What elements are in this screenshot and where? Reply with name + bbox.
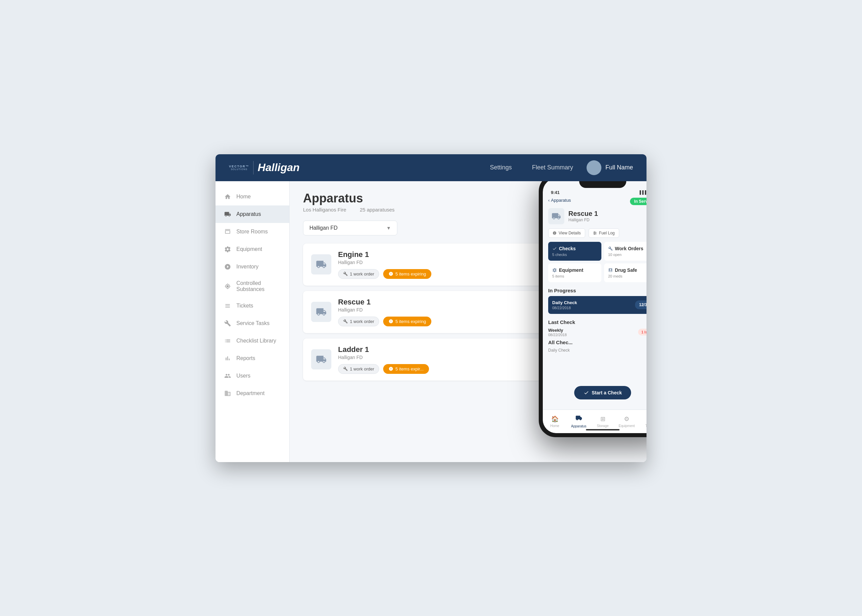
phone-progress-card[interactable]: Daily Check 08/22/2018 12/30 <box>548 296 647 314</box>
daily-check-label: Daily Check <box>548 348 647 353</box>
start-check-button[interactable]: Start a Check <box>574 386 631 399</box>
apparatus-card-icon-3 <box>311 349 331 369</box>
department-icon <box>224 389 232 398</box>
expiring-text-3: 5 items expir... <box>395 366 424 371</box>
checklist-icon <box>224 337 232 345</box>
sidebar-label-service: Service Tasks <box>236 320 269 326</box>
sidebar-item-inventory[interactable]: Inventory <box>215 258 289 275</box>
logo-vector: VECTOR™ SOLUTIONS <box>229 165 249 170</box>
phone-nav-storage-label: Storage <box>597 424 608 428</box>
phone-screen: 9:41 ▐▐▐ ▲ ▮ ‹ Apparatus <box>543 181 647 433</box>
last-check-name: Weekly <box>548 328 567 333</box>
last-check-date: 08/22/2018 <box>548 333 567 337</box>
last-check-row: Weekly 08/22/2018 1 Issue <box>548 328 647 337</box>
department-dropdown[interactable]: Halligan FD ▼ <box>303 221 397 236</box>
sidebar-label-apparatus: Apparatus <box>236 211 261 217</box>
phone-grid-workorders[interactable]: Work Orders 10 open <box>604 242 647 261</box>
sidebar-item-storerooms[interactable]: Store Rooms <box>215 223 289 240</box>
expiring-badge-3: 5 items expir... <box>383 364 429 374</box>
sidebar-item-controlled[interactable]: Controlled Substances <box>215 275 289 297</box>
sidebar-item-department[interactable]: Department <box>215 385 289 402</box>
inventory-icon <box>224 263 232 271</box>
back-label: Apparatus <box>551 198 571 203</box>
sidebar-label-department: Department <box>236 390 265 396</box>
phone-top-row: ‹ Apparatus In Service <box>548 198 647 206</box>
sidebar-item-apparatus[interactable]: Apparatus <box>215 206 289 223</box>
phone-mockup: 9:41 ▐▐▐ ▲ ▮ ‹ Apparatus <box>539 181 647 437</box>
last-check-info: Weekly 08/22/2018 <box>548 328 567 337</box>
view-details-btn[interactable]: View Details <box>548 228 585 238</box>
controlled-icon <box>224 282 232 290</box>
logo-solutions-text: SOLUTIONS <box>231 168 247 170</box>
home-icon <box>224 193 232 201</box>
in-service-badge: In Service <box>630 198 647 205</box>
header-username: Full Name <box>605 164 633 171</box>
main-content: Apparatus Los Halliganos Fire 25 apparat… <box>290 181 647 462</box>
sidebar-label-equipment: Equipment <box>236 246 262 252</box>
phone-grid-checks[interactable]: Checks 5 checks <box>548 242 601 261</box>
phone-grid-drugsafe[interactable]: Drug Safe 20 meds <box>604 263 647 282</box>
phone-grid: Checks 5 checks Work Orders 10 open <box>548 242 647 282</box>
sidebar-item-tickets[interactable]: Tickets <box>215 297 289 314</box>
equipment-sub: 5 items <box>552 274 597 278</box>
work-order-badge: 1 work order <box>338 269 379 279</box>
header: VECTOR™ SOLUTIONS Halligan Settings Flee… <box>215 154 647 181</box>
equipment-icon <box>224 245 232 253</box>
start-check-label: Start a Check <box>592 390 622 395</box>
sidebar-label-users: Users <box>236 373 251 379</box>
phone-nav-equipment-icon: ⚙ <box>624 415 629 423</box>
nav-fleet-summary[interactable]: Fleet Summary <box>532 164 573 171</box>
phone-back-btn[interactable]: ‹ Apparatus <box>548 198 571 203</box>
apparatus-count: 25 apparatuses <box>360 207 394 212</box>
expiring-badge-2: 5 items expiring <box>383 317 431 326</box>
work-order-badge-2: 1 work order <box>338 317 379 326</box>
avatar <box>587 160 601 175</box>
phone-nav-storage-icon: ⊞ <box>600 415 605 423</box>
fuel-log-btn[interactable]: Fuel Log <box>589 228 619 238</box>
phone-nav-apparatus-icon <box>575 415 582 423</box>
sidebar-label-inventory: Inventory <box>236 264 259 270</box>
phone-icons: ▐▐▐ ▲ ▮ <box>638 190 647 195</box>
fuel-log-label: Fuel Log <box>599 231 615 236</box>
service-icon <box>224 319 232 327</box>
in-progress-title: In Progress <box>548 288 647 293</box>
logo-halligan: Halligan <box>258 161 299 174</box>
work-order-text: 1 work order <box>350 272 374 277</box>
apparatus-card-icon <box>311 254 331 275</box>
sidebar: Home Apparatus Store Rooms Equipment <box>215 181 290 462</box>
nav-settings[interactable]: Settings <box>490 164 512 171</box>
chevron-down-icon: ▼ <box>386 225 391 231</box>
phone-nav-tickets[interactable]: ⊟ Tickets <box>639 410 647 433</box>
workorders-label: Work Orders <box>615 246 644 251</box>
progress-check-date: 08/22/2018 <box>552 306 577 310</box>
sidebar-label-tickets: Tickets <box>236 303 253 309</box>
phone-nav-tickets-label: Tickets <box>645 424 647 428</box>
phone-apparatus-header: Rescue 1 Halligan FD <box>548 208 647 224</box>
sidebar-label-home: Home <box>236 194 251 200</box>
phone-grid-equipment[interactable]: Equipment 5 items <box>548 263 601 282</box>
workorders-sub: 10 open <box>608 253 647 257</box>
checks-sub: 5 checks <box>552 253 597 257</box>
phone-nav-home[interactable]: 🏠 Home <box>543 410 567 433</box>
progress-count: 12/30 <box>635 300 647 309</box>
sidebar-item-checklist[interactable]: Checklist Library <box>215 332 289 350</box>
drugsafe-sub: 20 meds <box>608 274 647 278</box>
sidebar-item-service[interactable]: Service Tasks <box>215 314 289 332</box>
phone-apparatus-details: Rescue 1 Halligan FD <box>568 210 598 222</box>
progress-info: Daily Check 08/22/2018 <box>552 300 577 310</box>
org-name: Los Halliganos Fire <box>303 207 346 212</box>
issue-badge: 1 Issue <box>638 329 647 335</box>
sidebar-item-equipment[interactable]: Equipment <box>215 240 289 258</box>
work-order-badge-3: 1 work order <box>338 364 379 374</box>
phone-time: 9:41 <box>551 190 560 195</box>
work-order-text-2: 1 work order <box>350 319 374 324</box>
drugsafe-label: Drug Safe <box>615 267 637 273</box>
apparatus-icon <box>224 210 232 218</box>
sidebar-item-home[interactable]: Home <box>215 188 289 206</box>
sidebar-item-reports[interactable]: Reports <box>215 350 289 367</box>
users-icon <box>224 372 232 380</box>
sidebar-item-users[interactable]: Users <box>215 367 289 385</box>
phone-notch <box>579 181 626 188</box>
chevron-left-icon: ‹ <box>548 198 550 203</box>
expiring-text-2: 5 items expiring <box>395 319 426 324</box>
